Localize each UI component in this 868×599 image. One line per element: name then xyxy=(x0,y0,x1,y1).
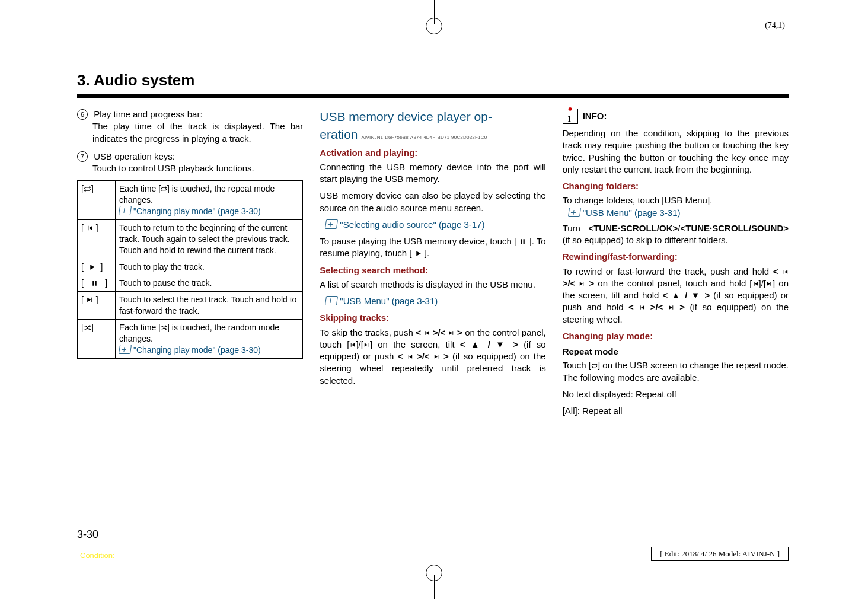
controls-table: [] Each time [] is touched, the repeat m… xyxy=(77,180,303,359)
para-select-method: A list of search methods is displayed in… xyxy=(320,279,545,291)
cell-icon: [ ] xyxy=(78,292,116,320)
repeat-icon xyxy=(161,186,167,192)
cell-desc: Touch to return to the beginning of the … xyxy=(116,219,303,259)
skip-next-icon xyxy=(363,342,370,348)
list-marker-6: 6 xyxy=(77,109,88,120)
cell-desc: Each time [] is touched, the random mode… xyxy=(116,320,303,359)
registration-mark-bottom xyxy=(407,569,461,599)
title-rule xyxy=(77,94,789,98)
column-middle: USB memory device player op- eration AIV… xyxy=(320,109,545,422)
repeat-icon xyxy=(591,362,598,369)
page-number: 3-30 xyxy=(77,528,98,541)
heading-skipping: Skipping tracks: xyxy=(320,312,545,324)
cell-icon: [ ] xyxy=(78,219,116,259)
list-marker-7: 7 xyxy=(77,151,88,162)
table-row: [] Each time [] is touched, the repeat m… xyxy=(78,181,303,220)
sheet-coordinate: (74,1) xyxy=(765,21,785,30)
para-change-folders: To change folders, touch [USB Menu]. xyxy=(563,195,789,206)
cell-desc: Each time [] is touched, the repeat mode… xyxy=(116,181,303,220)
skip-next-icon xyxy=(668,304,675,311)
cell-desc: Touch to pause the track. xyxy=(116,275,303,292)
table-row: [ ] Touch to return to the beginning of … xyxy=(78,219,303,259)
item7-label: USB operation keys: xyxy=(94,151,175,161)
para-activation-1: Connecting the USB memory device into th… xyxy=(320,161,545,186)
skip-next-icon xyxy=(448,330,455,336)
para-activation-2: USB memory device can also be played by … xyxy=(320,190,545,214)
link-selecting-audio-source: "Selecting audio source" (page 3-17) xyxy=(340,219,484,230)
usb-heading: USB memory device player op- xyxy=(320,109,545,125)
para-repeat-off: No text displayed: Repeat off xyxy=(563,388,789,400)
para-skipping: To skip the tracks, push < >/< > on the … xyxy=(320,327,545,387)
info-label: INFO: xyxy=(583,110,607,122)
skip-prev-icon xyxy=(423,330,430,336)
column-right: •ı INFO: Depending on the condition, ski… xyxy=(563,109,789,422)
skip-next-icon xyxy=(86,296,94,304)
table-row: [] Each time [] is touched, the random m… xyxy=(78,320,303,359)
registration-crosshair-bottom xyxy=(421,573,447,573)
heading-rewind-ff: Rewinding/fast-forwarding: xyxy=(563,251,789,263)
cell-desc: Touch to play the track. xyxy=(116,259,303,275)
cell-icon: [] xyxy=(78,320,116,359)
cell-icon: [ ] xyxy=(78,259,116,275)
item7-body: Touch to control USB playback functions. xyxy=(92,163,303,174)
edit-info-box: [ Edit: 2018/ 4/ 26 Model: AIVINJ-N ] xyxy=(651,547,789,561)
heading-activation: Activation and playing: xyxy=(320,147,545,159)
heading-changing-play-mode: Changing play mode: xyxy=(563,330,789,342)
link-usb-menu: "USB Menu" (page 3-31) xyxy=(583,208,681,218)
skip-prev-icon xyxy=(752,281,759,287)
guid-code: AIVINJN1-D6F756B8-A874-4D4F-BD71-90C3D03… xyxy=(362,135,487,141)
reference-icon xyxy=(326,219,340,230)
heading-repeat-mode: Repeat mode xyxy=(563,346,789,358)
cell-icon: [] xyxy=(78,181,116,220)
table-row: [ ] Touch to select the next track. Touc… xyxy=(78,292,303,320)
column-left: 6 Play time and progress bar: The play t… xyxy=(77,109,303,422)
section-title: 3. Audio system xyxy=(77,71,789,91)
link-usb-menu: "USB Menu" (page 3-31) xyxy=(340,296,438,306)
para-repeat-mode: Touch [] on the USB screen to change the… xyxy=(563,359,789,384)
info-body: Depending on the condition, skipping to … xyxy=(563,128,789,176)
skip-prev-icon xyxy=(349,342,356,348)
cell-icon: [ ] xyxy=(78,275,116,292)
para-turn-knob: Turn <TUNE·SCROLL/OK>/<TUNE·SCROLL/SOUND… xyxy=(563,222,789,247)
skip-next-icon xyxy=(433,353,440,360)
play-icon xyxy=(88,263,96,271)
reference-icon xyxy=(119,206,133,216)
skip-prev-icon xyxy=(639,304,645,311)
shuffle-icon xyxy=(84,324,91,332)
info-icon: •ı xyxy=(563,109,578,124)
registration-crosshair-top xyxy=(421,26,447,26)
usb-heading-line2: eration xyxy=(320,126,358,143)
play-icon xyxy=(414,250,422,257)
para-pause-resume: To pause playing the USB memory device, … xyxy=(320,235,545,260)
pause-icon xyxy=(91,279,98,287)
table-row: [ ] Touch to pause the track. xyxy=(78,275,303,292)
cell-desc: Touch to select the next track. Touch an… xyxy=(116,292,303,320)
link-changing-play-mode: "Changing play mode" (page 3-30) xyxy=(133,345,261,355)
skip-next-icon xyxy=(579,281,585,287)
condition-label: Condition: xyxy=(80,551,115,560)
para-repeat-all: [All]: Repeat all xyxy=(563,405,789,417)
item6-body: The play time of the track is displayed.… xyxy=(92,120,303,145)
skip-prev-icon xyxy=(782,269,789,275)
skip-next-icon xyxy=(766,281,773,287)
reference-icon xyxy=(326,296,340,306)
para-rewind-ff: To rewind or fast-forward the track, pus… xyxy=(563,266,789,326)
page-content: 3. Audio system 6 Play time and progress… xyxy=(53,47,812,557)
skip-prev-icon xyxy=(86,224,94,232)
heading-changing-folders: Changing folders: xyxy=(563,180,789,192)
item6-label: Play time and progress bar: xyxy=(94,109,202,119)
reference-icon xyxy=(119,345,133,355)
repeat-icon xyxy=(84,185,91,193)
pause-icon xyxy=(519,238,526,246)
shuffle-icon xyxy=(161,324,167,331)
table-row: [ ] Touch to play the track. xyxy=(78,259,303,275)
reference-icon xyxy=(569,208,583,218)
link-changing-play-mode: "Changing play mode" (page 3-30) xyxy=(133,206,261,216)
heading-select-method: Selecting search method: xyxy=(320,265,545,276)
skip-prev-icon xyxy=(407,353,413,360)
